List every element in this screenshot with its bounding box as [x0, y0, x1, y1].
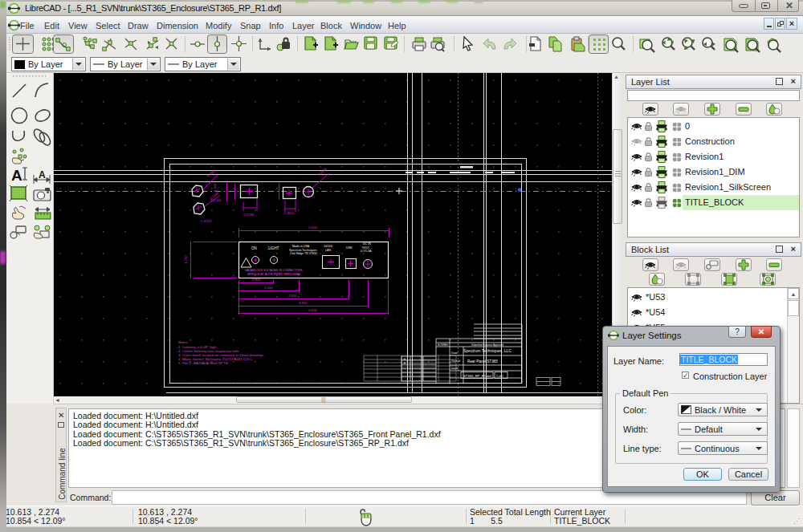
svg-text:LAN: LAN — [325, 249, 331, 252]
svg-text:Notes: Notes — [178, 340, 188, 344]
svg-text:1.3719: 1.3719 — [201, 219, 212, 223]
svg-text:Issued: Issued — [451, 367, 459, 370]
svg-text:HAZARDOUS VOLTAGES IN CONNECTO: HAZARDOUS VOLTAGES IN CONNECTORS — [245, 269, 303, 272]
svg-text:SERVICE BY AUTHORIZED PERSONNE: SERVICE BY AUTHORIZED PERSONNEL — [247, 273, 301, 276]
svg-text:Spectrum Techniques, LLC: Spectrum Techniques, LLC — [463, 348, 512, 353]
svg-text:1.750: 1.750 — [184, 255, 188, 264]
svg-text:Oak Ridge TN 37830: Oak Ridge TN 37830 — [290, 252, 317, 255]
svg-text:B: B — [404, 362, 406, 365]
svg-text:5. PwCL, BA23AVA Shell 36"TB: 5. PwCL, BA23AVA Shell 36"TB — [178, 361, 228, 365]
svg-text:9VDC: 9VDC — [362, 246, 370, 250]
svg-text:ST365_RP_R1.dxf: ST365_RP_R1.dxf — [463, 374, 492, 378]
svg-text:ECN/REV: ECN/REV — [438, 343, 448, 347]
svg-text:4.600: 4.600 — [308, 308, 317, 312]
svg-text:5.000: 5.000 — [308, 225, 317, 229]
svg-text:0.7/1.5A: 0.7/1.5A — [361, 250, 372, 253]
svg-text:2.0739: 2.0739 — [243, 213, 255, 217]
svg-text:DC IN: DC IN — [363, 242, 371, 246]
svg-text:2.5143: 2.5143 — [210, 198, 222, 202]
svg-text:2.3011: 2.3011 — [284, 211, 295, 215]
svg-text:Drawn: Drawn — [451, 351, 459, 355]
svg-text:ON: ON — [251, 246, 257, 250]
svg-text:Rear Panel ST365: Rear Panel ST365 — [467, 359, 498, 363]
svg-text:Made in USA: Made in USA — [292, 245, 310, 248]
svg-text:USB: USB — [346, 246, 353, 250]
svg-text:1 of 1: 1 of 1 — [496, 375, 503, 378]
svg-text:A: A — [404, 358, 406, 361]
svg-text:1.604: 1.604 — [213, 183, 217, 192]
svg-text:Spectrum Techniques: Spectrum Techniques — [289, 249, 317, 252]
svg-text:2.950: 2.950 — [288, 294, 297, 298]
svg-text:Checked: Checked — [451, 359, 460, 363]
svg-text:3.900: 3.900 — [299, 301, 308, 305]
svg-text:A: A — [39, 169, 46, 181]
svg-text:A: A — [11, 167, 22, 184]
svg-text:1.600: 1.600 — [264, 286, 273, 290]
svg-text:Submitted Engineer Approved: Submitted Engineer Approved — [471, 343, 503, 347]
svg-text:10/100: 10/100 — [324, 245, 332, 248]
svg-text:LIGHT: LIGHT — [268, 246, 279, 250]
